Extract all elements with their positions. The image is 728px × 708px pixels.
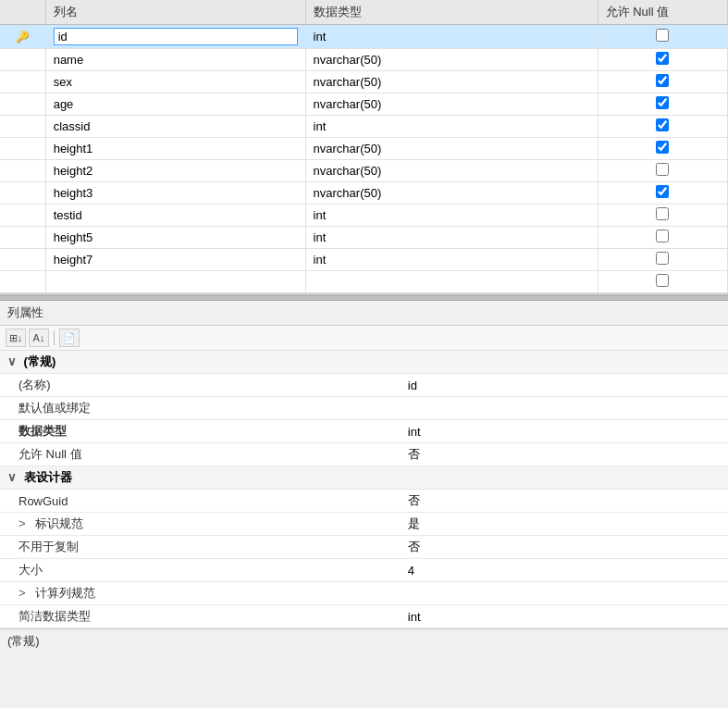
row-nullable-cell[interactable] [598,205,727,227]
row-type-cell[interactable]: int [305,25,598,49]
row-name-cell[interactable] [45,271,305,293]
nullable-checkbox[interactable] [656,29,669,42]
col-header-name: 列名 [45,0,305,25]
nullable-checkbox[interactable] [656,96,669,109]
group-toggle-icon[interactable]: ∨ [7,470,20,484]
column-name-input[interactable] [54,28,298,45]
row-nullable-cell[interactable] [598,227,727,249]
row-type-cell[interactable]: int [305,227,598,249]
row-nullable-cell[interactable] [598,138,727,160]
row-type-cell[interactable] [305,271,598,293]
table-row[interactable]: agenvarchar(50) [0,93,728,116]
row-nullable-cell[interactable] [598,71,727,93]
row-nullable-cell[interactable] [598,182,727,205]
row-nullable-cell[interactable] [598,93,727,116]
sub-toggle-icon[interactable]: > [19,516,31,530]
table-row[interactable]: height7int [0,249,728,271]
prop-value: int [401,420,728,443]
row-nullable-cell[interactable] [598,25,727,49]
prop-group-designer[interactable]: ∨ 表设计器 [0,466,728,490]
nullable-checkbox[interactable] [656,74,669,87]
row-name-cell[interactable]: height5 [45,227,305,249]
row-type-cell[interactable]: nvarchar(50) [305,49,598,71]
row-type-cell[interactable]: nvarchar(50) [305,71,598,93]
row-nullable-cell[interactable] [598,249,727,271]
prop-item[interactable]: > 计算列规范 [0,582,728,605]
alpha-sort-icon: A↓ [33,332,45,343]
row-nullable-cell[interactable] [598,271,727,293]
row-nullable-cell[interactable] [598,160,727,182]
row-nullable-cell[interactable] [598,116,727,138]
table-row[interactable] [0,271,728,293]
prop-label: 默认值或绑定 [0,397,401,420]
row-key-cell [0,160,45,182]
prop-item[interactable]: RowGuid否 [0,490,728,513]
category-sort-icon: ⊞↓ [9,332,23,344]
table-row[interactable]: height2nvarchar(50) [0,160,728,182]
prop-item[interactable]: 不用于复制否 [0,536,728,559]
group-toggle-icon[interactable]: ∨ [7,354,20,368]
row-type-cell[interactable]: int [305,249,598,271]
row-name-cell[interactable]: height3 [45,182,305,205]
prop-item[interactable]: 允许 Null 值否 [0,443,728,466]
prop-group-regular[interactable]: ∨ (常规) [0,351,728,374]
table-designer-top: 列名 数据类型 允许 Null 值 🔑intnamenvarchar(50)se… [0,0,728,295]
prop-item[interactable]: 大小4 [0,559,728,582]
nullable-checkbox[interactable] [656,52,669,65]
row-type-cell[interactable]: nvarchar(50) [305,93,598,116]
nullable-checkbox[interactable] [656,163,669,176]
prop-item[interactable]: (名称)id [0,374,728,397]
table-row[interactable]: testidint [0,205,728,227]
nullable-checkbox[interactable] [656,274,669,287]
prop-item[interactable]: 数据类型int [0,420,728,443]
prop-label: > 计算列规范 [0,582,401,605]
table-row[interactable]: 🔑int [0,25,728,49]
row-key-cell [0,49,45,71]
row-type-cell[interactable]: int [305,205,598,227]
row-key-cell [0,138,45,160]
toolbar-btn-3[interactable]: 📄 [59,329,80,347]
toolbar-btn-2[interactable]: A↓ [29,329,49,347]
table-row[interactable]: height5int [0,227,728,249]
table-row[interactable]: height3nvarchar(50) [0,182,728,205]
table-row[interactable]: height1nvarchar(50) [0,138,728,160]
prop-label: 大小 [0,559,401,582]
table-row[interactable]: namenvarchar(50) [0,49,728,71]
row-name-cell[interactable]: height2 [45,160,305,182]
row-name-cell[interactable] [45,25,305,49]
row-name-cell[interactable]: age [45,93,305,116]
row-nullable-cell[interactable] [598,49,727,71]
nullable-checkbox[interactable] [656,207,669,220]
prop-value [401,582,728,605]
nullable-checkbox[interactable] [656,118,669,131]
prop-item[interactable]: > 标识规范是 [0,513,728,536]
nullable-checkbox[interactable] [656,185,669,198]
row-name-cell[interactable]: height7 [45,249,305,271]
row-type-cell[interactable]: nvarchar(50) [305,160,598,182]
row-name-cell[interactable]: name [45,49,305,71]
row-name-cell[interactable]: sex [45,71,305,93]
prop-item[interactable]: 简洁数据类型int [0,605,728,628]
table-row[interactable]: classidint [0,116,728,138]
prop-item: 默认值或绑定 [0,397,728,420]
sub-toggle-icon[interactable]: > [19,586,31,600]
properties-header: 列属性 [0,301,728,326]
row-name-cell[interactable]: classid [45,116,305,138]
row-type-cell[interactable]: nvarchar(50) [305,182,598,205]
nullable-checkbox[interactable] [656,252,669,265]
prop-label: (名称) [0,374,401,397]
row-name-cell[interactable]: testid [45,205,305,227]
table-row[interactable]: sexnvarchar(50) [0,71,728,93]
prop-value: 否 [401,536,728,559]
nullable-checkbox[interactable] [656,230,669,242]
prop-value [401,397,728,420]
row-type-cell[interactable]: int [305,116,598,138]
nullable-checkbox[interactable] [656,141,669,154]
columns-table: 列名 数据类型 允许 Null 值 🔑intnamenvarchar(50)se… [0,0,728,293]
toolbar-btn-1[interactable]: ⊞↓ [6,329,26,347]
row-key-cell [0,227,45,249]
toolbar-separator [54,330,55,345]
row-type-cell[interactable]: nvarchar(50) [305,138,598,160]
col-header-null: 允许 Null 值 [598,0,727,25]
row-name-cell[interactable]: height1 [45,138,305,160]
